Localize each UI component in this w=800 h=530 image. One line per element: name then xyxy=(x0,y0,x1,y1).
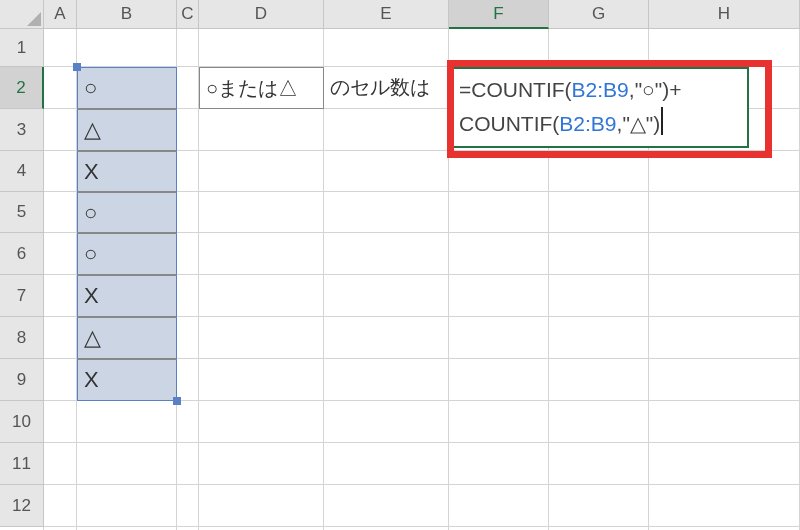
spreadsheet-grid[interactable]: ABCDEFGH 123456789101112 ○△X○○X△X ○または△ … xyxy=(0,0,800,530)
cell-b9[interactable]: X xyxy=(77,359,177,401)
cell-b4[interactable]: X xyxy=(77,151,177,192)
formula-txt: COUNTIF( xyxy=(459,112,559,135)
row-header-5[interactable]: 5 xyxy=(0,192,44,233)
row-header-10[interactable]: 10 xyxy=(0,401,44,443)
row-header-4[interactable]: 4 xyxy=(0,151,44,192)
formula-txt: ,"○")+ xyxy=(629,78,682,101)
cell-text: X xyxy=(84,283,99,309)
row-header-3[interactable]: 3 xyxy=(0,109,44,151)
range-handle-br[interactable] xyxy=(173,397,181,405)
row-header-6[interactable]: 6 xyxy=(0,233,44,275)
cell-text: △ xyxy=(84,325,101,351)
row-header-7[interactable]: 7 xyxy=(0,275,44,317)
cell-text: △ xyxy=(84,117,101,143)
cell-text: X xyxy=(84,159,99,185)
formula-txt: ,"△") xyxy=(617,112,661,135)
row-header-12[interactable]: 12 xyxy=(0,485,44,527)
cell-text: ○ xyxy=(84,241,97,267)
cell-b7[interactable]: X xyxy=(77,275,177,317)
formula-txt: =COUNTIF( xyxy=(459,78,572,101)
row-header-11[interactable]: 11 xyxy=(0,443,44,485)
range-handle-tl[interactable] xyxy=(73,63,81,71)
cell-b3[interactable]: △ xyxy=(77,109,177,151)
cell-text: X xyxy=(84,367,99,393)
cell-b2[interactable]: ○ xyxy=(77,67,177,109)
col-header-h[interactable]: H xyxy=(649,0,800,29)
text-cursor xyxy=(661,107,663,134)
cell-b8[interactable]: △ xyxy=(77,317,177,359)
cell-text: ○ xyxy=(84,200,97,226)
row-header-9[interactable]: 9 xyxy=(0,359,44,401)
col-header-f[interactable]: F xyxy=(449,0,549,29)
formula-edit-box[interactable]: =COUNTIF(B2:B9,"○")+COUNTIF(B2:B9,"△") xyxy=(449,67,749,148)
cell-text: ○または△ xyxy=(206,75,298,102)
col-header-d[interactable]: D xyxy=(199,0,324,29)
row-header-1[interactable]: 1 xyxy=(0,29,44,67)
row-header-2[interactable]: 2 xyxy=(0,67,44,109)
cell-e2[interactable]: のセル数は xyxy=(324,67,449,109)
cell-d2[interactable]: ○または△ xyxy=(199,67,324,109)
col-header-e[interactable]: E xyxy=(324,0,449,29)
row-header-8[interactable]: 8 xyxy=(0,317,44,359)
formula-ref: B2:B9 xyxy=(559,112,616,135)
col-header-c[interactable]: C xyxy=(177,0,199,29)
col-header-a[interactable]: A xyxy=(44,0,77,29)
cell-b6[interactable]: ○ xyxy=(77,233,177,275)
col-header-b[interactable]: B xyxy=(77,0,177,29)
cell-b5[interactable]: ○ xyxy=(77,192,177,233)
select-all-corner[interactable] xyxy=(0,0,44,29)
cell-text: のセル数は xyxy=(330,74,430,101)
formula-ref: B2:B9 xyxy=(572,78,629,101)
cell-text: ○ xyxy=(84,75,97,101)
col-header-g[interactable]: G xyxy=(549,0,649,29)
